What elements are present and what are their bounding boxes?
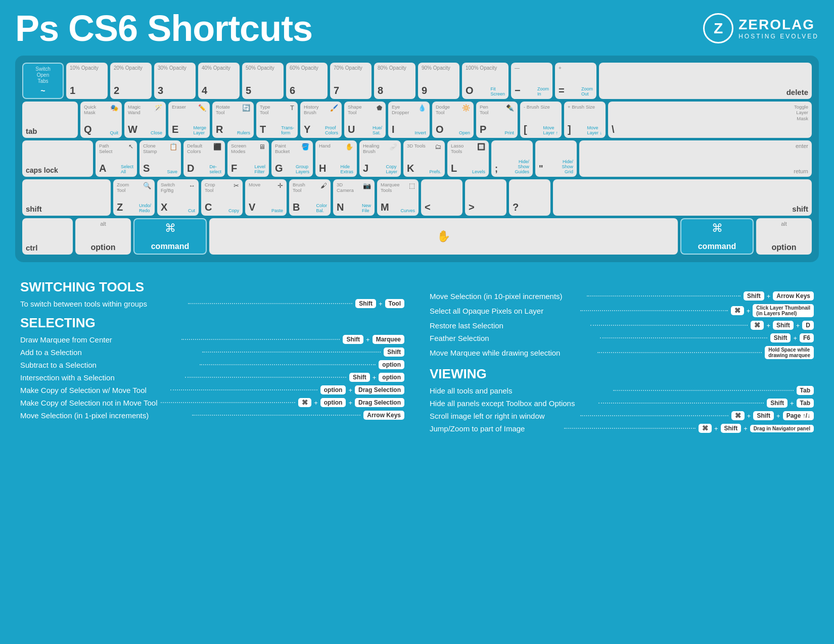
key-a[interactable]: PathSelect ↖ A SelectAll [96, 140, 137, 177]
key-slash[interactable]: ? [509, 179, 550, 216]
key-badge-cmd: ⌘ [298, 398, 311, 407]
plus-sign: + [776, 412, 780, 420]
key-capslock[interactable]: caps lock [22, 140, 93, 177]
key-tab[interactable]: tab [22, 102, 78, 138]
key-u[interactable]: ShapeTool ⬟ U Hue/Sat. [344, 102, 386, 138]
key-f[interactable]: ScreenModes 🖥 F LevelFilter [227, 140, 269, 177]
key-1[interactable]: 10% Opacity 1 [66, 63, 108, 99]
dots [185, 377, 347, 378]
key-h[interactable]: Hand ✋ H HideExtras [315, 140, 357, 177]
key-period[interactable]: > [465, 179, 506, 216]
key-quote[interactable]: " Hide/ShowGrid [535, 140, 577, 177]
shortcut-desc: Draw Marquee from Center [20, 335, 178, 344]
key-tilde[interactable]: SwitchOpenTabs ~ [22, 63, 64, 99]
key-badge-shift5: Shift [773, 321, 794, 330]
key-l[interactable]: LassoTools 🔲 L Levels [447, 140, 489, 177]
key-n[interactable]: 3DCamera 📷 N NewFile [333, 179, 375, 216]
key-r[interactable]: RotateTool 🔄 R Rulers [212, 102, 254, 138]
key-alt-left[interactable]: alt option [75, 218, 131, 255]
key-badge-nav: Drag in Navigator panel [750, 425, 814, 432]
key-bracket-left[interactable]: - Brush Size [ MoveLayer ↑ [520, 102, 562, 138]
key-g[interactable]: PaintBucket 🪣 G GroupLayers [271, 140, 313, 177]
shortcut-desc: Hide all tools and panels [430, 386, 610, 395]
key-w[interactable]: MagicWand 🪄 W Close [124, 102, 166, 138]
key-ctrl[interactable]: ctrl [22, 218, 73, 255]
key-7[interactable]: 70% Opacity 7 [330, 63, 372, 99]
key-badge-f6: F6 [800, 333, 814, 342]
key-bracket-right[interactable]: + Brush Size ] MoveLayer ↓ [564, 102, 606, 138]
key-3[interactable]: 30% Opacity 3 [154, 63, 196, 99]
key-alt-right[interactable]: alt option [756, 218, 812, 255]
key-badge-shift: Shift [343, 335, 363, 344]
shortcut-move-marquee: Move Marquee while drawing selection Hol… [430, 346, 814, 359]
key-0[interactable]: 100% Opacity O FitScreen [462, 63, 508, 99]
shortcut-keys: Tab [797, 386, 814, 395]
key-badge-shift4: Shift [744, 291, 764, 301]
key-5[interactable]: 50% Opacity 5 [242, 63, 284, 99]
key-4[interactable]: 40% Opacity 4 [198, 63, 240, 99]
key-comma[interactable]: < [421, 179, 462, 216]
key-i[interactable]: EyeDropper 💧 I Invert [388, 102, 430, 138]
key-cmd-left[interactable]: ⌘ command [133, 218, 207, 255]
key-6[interactable]: 60% Opacity 6 [286, 63, 328, 99]
key-enter[interactable]: enter return [579, 140, 812, 177]
plus-sign: + [348, 399, 352, 407]
header: Ps CS6 Shortcuts Z ZEROLAG HOSTING EVOLV… [15, 10, 819, 46]
shortcut-desc: Intersection with a Selection [20, 373, 182, 382]
key-e[interactable]: Eraser ✏️ E MergeLayer [168, 102, 210, 138]
key-9[interactable]: 90% Opacity 9 [418, 63, 459, 99]
dots [580, 310, 728, 311]
key-semicolon[interactable]: ; Hide/ShowGuides [491, 140, 533, 177]
shortcut-keys: Arrow Keys [363, 411, 404, 420]
key-badge-arrow2: Arrow Keys [773, 291, 814, 301]
key-o[interactable]: DodgeTool 🔆 O Open [432, 102, 474, 138]
key-v[interactable]: Move ✛ V Paste [245, 179, 287, 216]
logo-sub: HOSTING EVOLVED [738, 33, 819, 40]
key-badge-d: D [802, 321, 814, 330]
key-badge-shift3: Shift [349, 373, 370, 382]
key-badge-drag: Drag Selection [355, 385, 404, 394]
selecting-title: SELECTING [20, 315, 404, 331]
key-backslash[interactable]: ToggleLayerMask \ [608, 102, 812, 138]
key-8[interactable]: 80% Opacity 8 [374, 63, 415, 99]
key-z[interactable]: ZoomTool 🔍 Z Undo/Redo [113, 179, 155, 216]
plus-sign: + [714, 425, 718, 432]
shortcut-marquee: Draw Marquee from Center Shift + Marquee [20, 335, 404, 344]
key-spacebar[interactable]: ✋ [209, 218, 678, 255]
shortcut-keys: Shift [384, 348, 404, 357]
key-shift-left[interactable]: shift [22, 179, 111, 216]
dots [188, 303, 353, 304]
key-badge-shift9: Shift [721, 424, 742, 433]
dots [600, 337, 767, 338]
key-badge-layer-thumb: Click Layer Thumbnail(in Layers Panel) [753, 304, 814, 317]
key-p[interactable]: PenTool ✒️ P Print [476, 102, 518, 138]
key-y[interactable]: HistoryBrush 🖌️ Y ProofColors [300, 102, 342, 138]
shortcut-add-sel: Add to a Selection Shift [20, 348, 404, 357]
dots [564, 428, 696, 429]
dots [580, 415, 728, 416]
key-b[interactable]: BrushTool 🖌 B ColorBal. [289, 179, 331, 216]
key-m[interactable]: MarqueeTools ⬚ M Curves [377, 179, 419, 216]
dots [597, 352, 762, 353]
key-q[interactable]: QuickMask 🎭 Q Quit [80, 102, 122, 138]
key-c[interactable]: CropTool ✂ C Copy [201, 179, 243, 216]
key-row-2: tab QuickMask 🎭 Q Quit MagicWand 🪄 W [22, 102, 812, 138]
key-minus[interactable]: — − ZoomIn [511, 63, 552, 99]
key-k[interactable]: 3D Tools 🗂 K Prefs. [403, 140, 445, 177]
key-t[interactable]: TypeTool T T Trans-form [256, 102, 298, 138]
key-row-3: caps lock PathSelect ↖ A SelectAll Clone… [22, 140, 812, 177]
key-d[interactable]: DefaultColors ⬛ D De-select [183, 140, 225, 177]
logo-letter: Z [714, 20, 723, 37]
shortcut-intersect: Intersection with a Selection Shift + op… [20, 373, 404, 382]
key-cmd-right[interactable]: ⌘ command [680, 218, 754, 255]
key-j[interactable]: HealingBrush 🩹 J CopyLayer [359, 140, 401, 177]
key-x[interactable]: SwitchFg/Bg ↔ X Cut [157, 179, 199, 216]
key-delete[interactable]: delete [599, 63, 812, 99]
key-s[interactable]: CloneStamp 📋 S Save [140, 140, 181, 177]
key-badge-option2: option [379, 373, 404, 382]
key-shift-right[interactable]: shift [553, 179, 812, 216]
key-equals[interactable]: + = ZoomOut [555, 63, 596, 99]
dots [598, 403, 764, 404]
key-2[interactable]: 20% Opacity 2 [110, 63, 152, 99]
dots [161, 402, 296, 403]
